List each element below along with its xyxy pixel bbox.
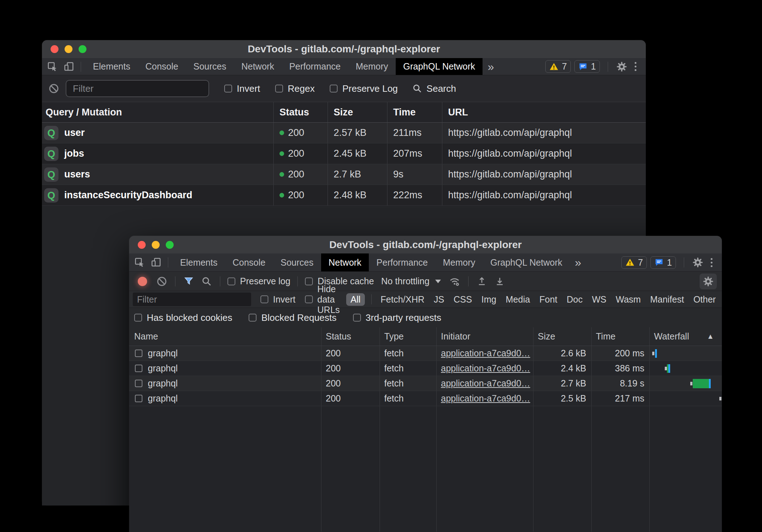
tab-memory[interactable]: Memory xyxy=(435,253,483,271)
type-filter-other[interactable]: Other xyxy=(693,294,716,305)
column-header-url[interactable]: URL xyxy=(442,102,646,122)
initiator-link[interactable]: application-a7ca9d0… xyxy=(441,348,530,358)
messages-badge[interactable]: 1 xyxy=(650,256,676,269)
column-header-type[interactable]: Type xyxy=(380,327,436,346)
warnings-badge[interactable]: 7 xyxy=(545,60,571,73)
table-row[interactable]: Q user 200 2.57 kB 211ms https://gitlab.… xyxy=(42,123,646,143)
hide-data-urls-checkbox[interactable]: Hide data URLs xyxy=(305,284,340,315)
checkbox[interactable] xyxy=(227,277,235,285)
tab-memory[interactable]: Memory xyxy=(348,58,395,75)
invert-checkbox[interactable]: Invert xyxy=(224,83,260,94)
type-filter-css[interactable]: CSS xyxy=(453,294,472,305)
third-party-requests-checkbox[interactable]: 3rd-party requests xyxy=(353,312,441,323)
more-tabs-icon[interactable]: » xyxy=(483,61,499,72)
type-filter-js[interactable]: JS xyxy=(434,294,444,305)
column-header-status[interactable]: Status xyxy=(321,327,380,346)
kebab-menu-icon[interactable] xyxy=(707,256,716,269)
blocked-requests-checkbox[interactable]: Blocked Requests xyxy=(249,312,337,323)
table-row[interactable]: Q users 200 2.7 kB 9s https://gitlab.com… xyxy=(42,164,646,185)
zoom-button[interactable] xyxy=(166,241,174,249)
row-checkbox[interactable] xyxy=(135,350,142,357)
type-filter-ws[interactable]: WS xyxy=(592,294,606,305)
type-filter-wasm[interactable]: Wasm xyxy=(616,294,641,305)
column-header-status[interactable]: Status xyxy=(273,102,328,122)
tab-sources[interactable]: Sources xyxy=(273,253,321,271)
tab-sources[interactable]: Sources xyxy=(186,58,234,75)
type-filter-all[interactable]: All xyxy=(346,293,365,306)
titlebar[interactable]: DevTools - gitlab.com/-/graphql-explorer xyxy=(42,40,646,58)
type-filter-fetch-xhr[interactable]: Fetch/XHR xyxy=(381,294,424,305)
checkbox[interactable] xyxy=(260,295,268,303)
column-header-time[interactable]: Time xyxy=(591,327,649,346)
tab-console[interactable]: Console xyxy=(138,58,186,75)
filter-input[interactable] xyxy=(133,293,251,306)
initiator-link[interactable]: application-a7ca9d0… xyxy=(441,378,530,389)
filter-input[interactable] xyxy=(66,80,209,97)
column-header-size[interactable]: Size xyxy=(328,102,387,122)
inspect-element-icon[interactable] xyxy=(134,257,145,268)
type-filter-doc[interactable]: Doc xyxy=(567,294,583,305)
clear-icon[interactable] xyxy=(48,83,59,94)
column-header-waterfall[interactable]: Waterfall ▲ xyxy=(649,327,722,346)
minimize-button[interactable] xyxy=(152,241,160,249)
column-header-initiator[interactable]: Initiator xyxy=(436,327,533,346)
preserve-log-checkbox[interactable]: Preserve Log xyxy=(330,83,398,94)
tab-performance[interactable]: Performance xyxy=(282,58,348,75)
initiator-link[interactable]: application-a7ca9d0… xyxy=(441,363,530,374)
column-header-name[interactable]: Name xyxy=(129,327,321,346)
device-toolbar-icon[interactable] xyxy=(64,61,74,72)
tab-network[interactable]: Network xyxy=(321,253,369,271)
more-tabs-icon[interactable]: » xyxy=(570,257,586,268)
checkbox[interactable] xyxy=(275,85,283,92)
checkbox[interactable] xyxy=(305,295,313,303)
export-har-icon[interactable] xyxy=(494,276,505,287)
tab-graphql-network[interactable]: GraphQL Network xyxy=(396,58,483,75)
tab-console[interactable]: Console xyxy=(225,253,273,271)
record-button[interactable] xyxy=(138,277,147,286)
import-har-icon[interactable] xyxy=(476,276,487,287)
close-button[interactable] xyxy=(51,45,58,53)
filter-funnel-icon[interactable] xyxy=(183,276,194,287)
has-blocked-cookies-checkbox[interactable]: Has blocked cookies xyxy=(134,312,232,323)
tab-elements[interactable]: Elements xyxy=(173,253,225,271)
tab-network[interactable]: Network xyxy=(234,58,282,75)
titlebar[interactable]: DevTools - gitlab.com/-/graphql-explorer xyxy=(129,236,722,253)
checkbox[interactable] xyxy=(353,314,361,322)
throttling-dropdown[interactable]: No throttling xyxy=(381,276,441,286)
search-icon[interactable] xyxy=(201,276,212,287)
warnings-badge[interactable]: 7 xyxy=(621,256,647,269)
row-checkbox[interactable] xyxy=(135,380,142,387)
row-checkbox[interactable] xyxy=(135,395,142,402)
tab-graphql-network[interactable]: GraphQL Network xyxy=(483,253,570,271)
invert-checkbox[interactable]: Invert xyxy=(260,294,296,305)
inspect-element-icon[interactable] xyxy=(47,61,58,72)
column-header-size[interactable]: Size xyxy=(533,327,591,346)
row-checkbox[interactable] xyxy=(135,365,142,372)
settings-gear-icon[interactable] xyxy=(616,61,627,72)
checkbox[interactable] xyxy=(330,85,338,92)
kebab-menu-icon[interactable] xyxy=(631,60,640,73)
checkbox[interactable] xyxy=(134,314,142,322)
checkbox[interactable] xyxy=(249,314,257,322)
minimize-button[interactable] xyxy=(65,45,72,53)
table-row[interactable]: Q jobs 200 2.45 kB 207ms https://gitlab.… xyxy=(42,143,646,164)
close-button[interactable] xyxy=(138,241,146,249)
column-header-time[interactable]: Time xyxy=(387,102,442,122)
network-settings-button[interactable] xyxy=(700,274,717,289)
type-filter-font[interactable]: Font xyxy=(539,294,557,305)
table-row[interactable]: graphql 200 fetch application-a7ca9d0… 2… xyxy=(129,376,722,391)
type-filter-media[interactable]: Media xyxy=(505,294,530,305)
device-toolbar-icon[interactable] xyxy=(151,257,161,268)
column-header-query[interactable]: Query / Mutation xyxy=(42,102,273,122)
table-row[interactable]: graphql 200 fetch application-a7ca9d0… 2… xyxy=(129,361,722,376)
tab-performance[interactable]: Performance xyxy=(369,253,435,271)
search-button[interactable]: Search xyxy=(412,83,456,94)
type-filter-img[interactable]: Img xyxy=(481,294,497,305)
zoom-button[interactable] xyxy=(79,45,86,53)
preserve-log-checkbox[interactable]: Preserve log xyxy=(227,276,290,286)
checkbox[interactable] xyxy=(224,85,232,92)
table-row[interactable]: Q instanceSecurityDashboard 200 2.48 kB … xyxy=(42,185,646,206)
network-conditions-icon[interactable] xyxy=(449,276,460,287)
tab-elements[interactable]: Elements xyxy=(85,58,138,75)
table-row[interactable]: graphql 200 fetch application-a7ca9d0… 2… xyxy=(129,346,722,361)
